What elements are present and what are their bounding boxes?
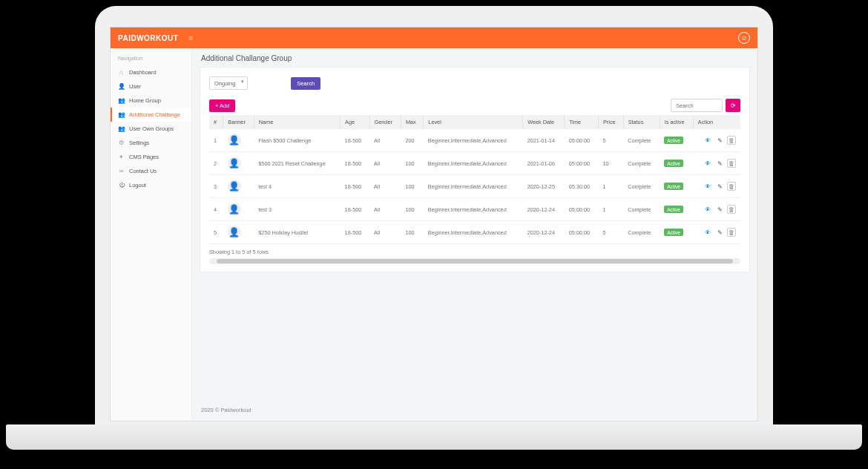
delete-icon[interactable]: 🗑 <box>727 205 736 214</box>
cell-action: 👁✎🗑 <box>693 129 740 152</box>
cell-action: 👁✎🗑 <box>693 152 740 175</box>
cell-time: 05:00:00 <box>565 198 599 221</box>
delete-icon[interactable]: 🗑 <box>727 182 736 191</box>
cell-max: 100 <box>401 221 423 244</box>
cell-max: 100 <box>401 152 423 175</box>
cell-status: Complete <box>623 221 660 244</box>
cell-age: 18-500 <box>341 198 369 221</box>
profile-avatar-icon[interactable]: ☺ <box>738 32 750 44</box>
column-header[interactable]: Week Date <box>523 115 565 129</box>
column-header[interactable]: # <box>209 115 223 129</box>
cell-status: Complete <box>623 129 660 152</box>
cell-name: test 4 <box>254 175 340 198</box>
sidebar-item-label: Dashboard <box>129 69 157 76</box>
column-header[interactable]: Age <box>341 115 369 129</box>
edit-icon[interactable]: ✎ <box>715 205 724 214</box>
column-header[interactable]: Is active <box>660 115 693 129</box>
search-input[interactable] <box>671 99 723 112</box>
menu-toggle-icon[interactable]: ≡ <box>188 34 193 42</box>
cell-time: 05:00:00 <box>565 152 599 175</box>
status-select-value: Ongoing <box>214 80 235 87</box>
add-button[interactable]: + Add <box>209 99 235 112</box>
sidebar-item-contact-us[interactable]: ∞Contact Us <box>111 164 191 178</box>
cell-action: 👁✎🗑 <box>693 221 740 244</box>
column-header[interactable]: Max <box>401 115 423 129</box>
nav-title: Navigation <box>111 53 191 65</box>
delete-icon[interactable]: 🗑 <box>727 159 736 168</box>
column-header[interactable]: Level <box>424 115 523 129</box>
cell-name: test 3 <box>254 198 340 221</box>
showing-text: Showing 1 to 5 of 5 rows <box>209 249 740 255</box>
cell-gender: All <box>369 152 401 175</box>
sidebar-item-label: Logout <box>129 182 146 188</box>
user-icon: 👤 <box>118 83 125 90</box>
delete-icon[interactable]: 🗑 <box>727 228 736 237</box>
column-header[interactable]: Action <box>693 115 740 129</box>
edit-icon[interactable]: ✎ <box>715 159 724 168</box>
cell-status: Complete <box>623 152 660 175</box>
link-icon: ∞ <box>118 168 125 174</box>
page-title: Additional Challange Group <box>192 48 757 67</box>
topbar: PAIDWORKOUT ≡ ☺ <box>111 27 757 48</box>
table-row: 3👤test 418-500All100Beginner,Intermediat… <box>209 175 740 198</box>
cell-banner: 👤 <box>223 198 254 221</box>
sidebar-item-user-own-groups[interactable]: 👥User Own Groups <box>111 122 191 136</box>
cell-banner: 👤 <box>223 175 254 198</box>
cell-level: Beginner,Intermediate,Advanced <box>424 152 523 175</box>
column-header[interactable]: Gender <box>369 115 401 129</box>
status-select[interactable]: Ongoing <box>209 76 248 90</box>
cell-max: 100 <box>401 198 423 221</box>
cell-week-date: 2020-12-24 <box>523 198 565 221</box>
cell-index: 3 <box>209 175 223 198</box>
active-badge: Active <box>664 160 683 167</box>
filter-row: Ongoing Search <box>209 76 740 90</box>
pages-icon: ✦ <box>118 154 125 160</box>
edit-icon[interactable]: ✎ <box>715 136 724 145</box>
edit-icon[interactable]: ✎ <box>715 182 724 191</box>
column-header[interactable]: Time <box>565 115 599 129</box>
delete-icon[interactable]: 🗑 <box>727 136 736 145</box>
column-header[interactable]: Name <box>254 115 340 129</box>
horizontal-scrollbar[interactable] <box>209 258 740 264</box>
cell-max: 100 <box>401 175 423 198</box>
sidebar-item-label: CMS Pages <box>129 154 159 160</box>
view-icon[interactable]: 👁 <box>703 159 712 168</box>
cell-is-active: Active <box>660 152 693 175</box>
edit-icon[interactable]: ✎ <box>715 228 724 237</box>
cell-time: 05:00:00 <box>565 221 599 244</box>
avatar-icon: 👤 <box>228 203 241 216</box>
sidebar-item-user[interactable]: 👤User <box>111 79 191 94</box>
view-icon[interactable]: 👁 <box>703 182 712 191</box>
sidebar-item-logout[interactable]: ⏻Logout <box>111 178 191 192</box>
cell-price: 10 <box>599 152 624 175</box>
sidebar: Navigation ⌂Dashboard👤User👥Home Group👥Ad… <box>111 48 192 421</box>
sidebar-item-dashboard[interactable]: ⌂Dashboard <box>111 65 191 79</box>
active-badge: Active <box>664 183 683 190</box>
sidebar-item-settings[interactable]: ⚙Settings <box>111 136 191 150</box>
sidebar-item-label: Additional Challange <box>129 111 180 118</box>
cell-index: 5 <box>209 221 223 244</box>
view-icon[interactable]: 👁 <box>703 228 712 237</box>
table-row: 4👤test 318-500All100Beginner,Intermediat… <box>209 198 740 221</box>
sidebar-item-cms-pages[interactable]: ✦CMS Pages <box>111 150 191 164</box>
column-header[interactable]: Price <box>599 115 624 129</box>
cell-gender: All <box>369 221 401 244</box>
refresh-button[interactable]: ⟳ <box>726 99 740 112</box>
sidebar-item-label: User <box>129 83 141 90</box>
challenge-table: #BannerNameAgeGenderMaxLevelWeek DateTim… <box>209 115 740 244</box>
cell-status: Complete <box>623 175 660 198</box>
cell-week-date: 2021-01-06 <box>523 152 565 175</box>
cell-level: Beginner,Intermediate,Advanced <box>424 198 523 221</box>
column-header[interactable]: Status <box>623 115 660 129</box>
main-content: Additional Challange Group Ongoing Searc… <box>192 48 757 421</box>
active-badge: Active <box>664 137 683 144</box>
avatar-icon: 👤 <box>228 226 241 239</box>
sidebar-item-additional-challange[interactable]: 👥Additional Challange <box>111 108 191 122</box>
column-header[interactable]: Banner <box>223 115 254 129</box>
view-icon[interactable]: 👁 <box>703 205 712 214</box>
search-button[interactable]: Search <box>291 77 320 90</box>
cell-gender: All <box>369 198 401 221</box>
refresh-icon: ⟳ <box>731 102 736 109</box>
sidebar-item-home-group[interactable]: 👥Home Group <box>111 94 191 108</box>
view-icon[interactable]: 👁 <box>703 136 712 145</box>
